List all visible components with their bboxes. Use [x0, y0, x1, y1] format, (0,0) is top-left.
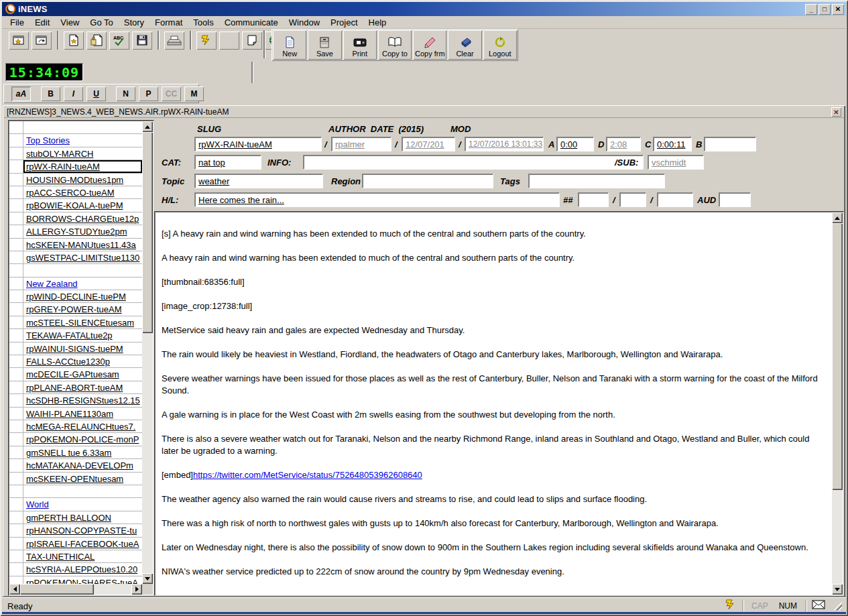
- scroll-right-icon[interactable]: [131, 584, 142, 595]
- story-list-item[interactable]: Top Stories: [9, 134, 142, 147]
- story-list-item[interactable]: [9, 485, 142, 498]
- story-list-item[interactable]: rpWAINUI-SIGNS-tuePM: [9, 343, 142, 355]
- mail-envelope-icon[interactable]: [812, 600, 825, 612]
- row-selector[interactable]: [9, 563, 23, 575]
- story-close-icon[interactable]: ✕: [831, 107, 841, 117]
- row-selector[interactable]: [9, 538, 23, 550]
- scroll-down-icon[interactable]: [142, 573, 153, 584]
- bold-button[interactable]: B: [41, 86, 60, 101]
- story-title[interactable]: rpWX-RAIN-tueAM: [23, 160, 142, 172]
- row-selector[interactable]: [9, 355, 23, 367]
- row-selector[interactable]: [9, 251, 23, 263]
- maximize-button[interactable]: □: [819, 4, 831, 15]
- story-list-item[interactable]: rpWIND-DECLINE-tuePM: [9, 290, 142, 303]
- story-list-item[interactable]: rpBOWIE-KOALA-tuePM: [9, 199, 142, 212]
- story-title[interactable]: rpPLANE-ABORT-tueAM: [23, 381, 142, 393]
- row-selector[interactable]: [9, 485, 23, 497]
- story-title[interactable]: World: [23, 498, 142, 510]
- row-selector[interactable]: [9, 420, 23, 432]
- story-list-item[interactable]: stubOLY-MARCH: [9, 147, 142, 160]
- presenter-button[interactable]: P: [139, 86, 158, 101]
- print-icon[interactable]: [164, 32, 184, 50]
- open-window-icon[interactable]: [32, 32, 52, 50]
- story-list-item[interactable]: rpPOKEMON-POLICE-monP: [9, 433, 142, 446]
- story-title[interactable]: New Zealand: [23, 278, 142, 290]
- story-list-item[interactable]: gsWESTPAC-LIMITStue1130: [9, 251, 142, 264]
- resize-grip[interactable]: [833, 602, 842, 611]
- story-title[interactable]: ALLERGY-STUDYtue2pm: [23, 225, 142, 237]
- queue-hscrollbar-thumb[interactable]: [20, 584, 94, 595]
- menu-item[interactable]: File: [5, 16, 29, 29]
- row-selector[interactable]: [9, 408, 23, 420]
- sub-field[interactable]: vschmidt: [648, 155, 704, 170]
- story-title[interactable]: hcMEGA-RELAUNCHtues7.: [23, 420, 142, 432]
- row-selector[interactable]: [9, 160, 23, 172]
- story-title[interactable]: [23, 121, 142, 133]
- row-selector[interactable]: [9, 199, 23, 211]
- story-title[interactable]: rpPOKEMON-SHARES-tueA: [23, 576, 142, 584]
- story-list-item[interactable]: mcDECILE-GAPtuesam: [9, 368, 142, 381]
- menu-item[interactable]: Format: [149, 16, 188, 29]
- story-list-item[interactable]: rpACC-SERCO-tueAM: [9, 186, 142, 199]
- aud-field[interactable]: [719, 192, 751, 207]
- story-title[interactable]: hcMATAKANA-DEVELOPm: [23, 459, 142, 471]
- row-selector[interactable]: [9, 368, 23, 380]
- story-list-item[interactable]: World: [9, 498, 142, 511]
- story-list-item[interactable]: rpWX-RAIN-tueAM: [9, 160, 142, 173]
- spell-check-icon[interactable]: ABC: [109, 32, 129, 50]
- story-title[interactable]: [23, 485, 142, 497]
- story-list-item[interactable]: hcSYRIA-ALEPPOtues10.20: [9, 563, 142, 576]
- story-title[interactable]: TAX-UNETHICAL: [23, 550, 142, 562]
- body-vertical-scrollbar[interactable]: [832, 212, 843, 595]
- story-title[interactable]: rpPOKEMON-POLICE-monP: [23, 433, 142, 445]
- story-list-item[interactable]: rpPOKEMON-SHARES-tueA: [9, 576, 142, 584]
- scroll-up-icon[interactable]: [142, 121, 153, 132]
- row-selector[interactable]: [9, 225, 23, 237]
- story-list-item[interactable]: hcSKEEN-MANUtues11.43a: [9, 239, 142, 251]
- notes-page-icon[interactable]: [242, 32, 262, 50]
- row-selector[interactable]: [9, 329, 23, 341]
- body-scrollbar-thumb[interactable]: [832, 223, 843, 490]
- story-title[interactable]: FALLS-ACCtue1230p: [23, 355, 142, 367]
- author-field[interactable]: rpalmer: [331, 137, 391, 151]
- story-title[interactable]: rpBOWIE-KOALA-tuePM: [23, 199, 142, 211]
- story-title[interactable]: gmPERTH BALLOON: [23, 511, 142, 523]
- queue-scrollbar-thumb[interactable]: [142, 132, 153, 333]
- menu-item[interactable]: Communicate: [219, 16, 284, 29]
- story-list-item[interactable]: ALLERGY-STUDYtue2pm: [9, 225, 142, 238]
- row-selector[interactable]: [9, 498, 23, 510]
- story-list-item[interactable]: rpHANSON-COPYPASTE-tu: [9, 524, 142, 537]
- row-selector[interactable]: [9, 186, 23, 198]
- row-selector[interactable]: [9, 264, 23, 276]
- row-selector[interactable]: [9, 381, 23, 393]
- closed-caption-button[interactable]: CC: [162, 86, 181, 101]
- hash3-field[interactable]: [657, 192, 693, 207]
- region-field[interactable]: [362, 174, 493, 188]
- scroll-left-icon[interactable]: [9, 584, 20, 595]
- hash1-field[interactable]: [578, 192, 609, 207]
- underline-button[interactable]: U: [86, 86, 106, 101]
- clear-button[interactable]: Clear: [448, 30, 481, 60]
- row-selector[interactable]: [9, 446, 23, 458]
- save-button[interactable]: Save: [308, 30, 341, 60]
- menu-item[interactable]: Story: [119, 16, 149, 29]
- print-button[interactable]: Print: [343, 30, 377, 60]
- row-selector[interactable]: [9, 316, 23, 328]
- row-selector[interactable]: [9, 524, 23, 536]
- topic-field[interactable]: weather: [194, 174, 323, 188]
- story-title[interactable]: HOUSING-MODtues1pm: [23, 174, 142, 186]
- d-field[interactable]: 2:08: [606, 137, 641, 151]
- story-list-item[interactable]: hcMATAKANA-DEVELOPm: [9, 459, 142, 472]
- italic-button[interactable]: I: [64, 86, 83, 101]
- menu-item[interactable]: Help: [363, 16, 392, 29]
- row-selector[interactable]: [9, 303, 23, 315]
- row-selector[interactable]: [9, 174, 23, 186]
- story-list-item[interactable]: rpPLANE-ABORT-tueAM: [9, 381, 142, 394]
- story-title[interactable]: stubOLY-MARCH: [23, 147, 142, 160]
- scroll-up-icon[interactable]: [832, 212, 843, 223]
- machine-control-button[interactable]: M: [184, 86, 204, 101]
- story-list-item[interactable]: TAX-UNETHICAL: [9, 550, 142, 563]
- story-list-item[interactable]: mcSKEEN-OPENtuesam: [9, 473, 142, 485]
- save-disk-icon[interactable]: [132, 32, 152, 50]
- queue-horizontal-scrollbar[interactable]: [9, 584, 142, 595]
